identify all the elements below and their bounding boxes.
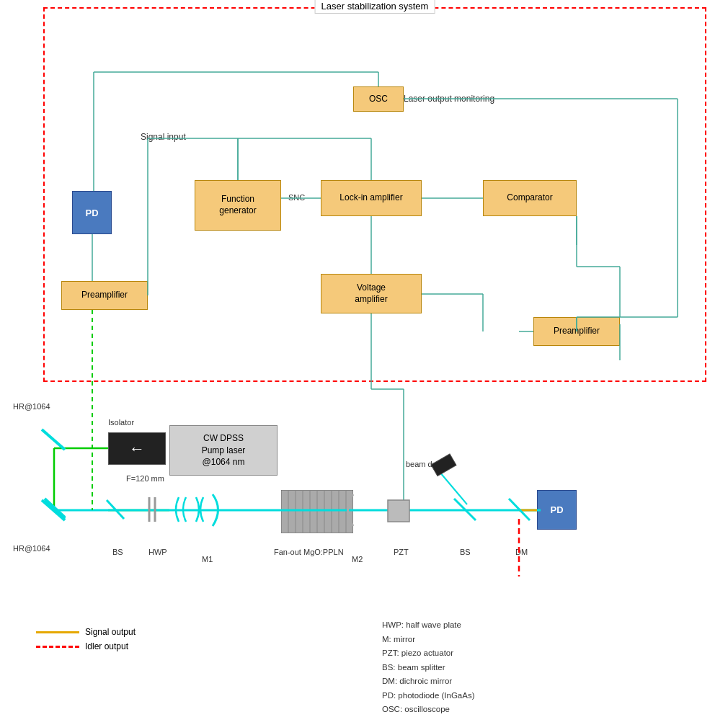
crystal-box <box>281 490 353 533</box>
stab-system-label: Laser stabilization system <box>315 0 435 14</box>
idler-line-sample <box>36 646 79 648</box>
svg-line-42 <box>440 472 467 504</box>
svg-rect-53 <box>388 500 409 522</box>
m1-label: M1 <box>202 555 213 564</box>
isolator-arrow: ← <box>129 440 145 458</box>
abbrev-m: M: mirror <box>382 633 475 647</box>
preamp-right-box: Preamplifier <box>533 317 620 346</box>
abbrev-pd: PD: photodiode (InGaAs) <box>382 689 475 703</box>
svg-line-47 <box>45 500 65 519</box>
idler-output-legend: Idler output <box>36 641 136 651</box>
abbrev-pzt: PZT: piezo actuator <box>382 646 475 661</box>
crystal-svg <box>281 490 353 533</box>
comparator-box: Comparator <box>483 180 577 216</box>
hr1064-top-label: HR@1064 <box>13 402 50 411</box>
svg-line-46 <box>45 499 65 517</box>
diagram: Laser stabilization system Laser output … <box>0 0 728 717</box>
signal-line-sample <box>36 631 79 633</box>
abbrev-dm: DM: dichroic mirror <box>382 674 475 689</box>
svg-line-55 <box>509 499 530 520</box>
bs-left-label: BS <box>112 548 123 556</box>
signal-output-legend: Signal output <box>36 627 136 637</box>
isolator-box: ← <box>108 432 166 465</box>
legend: Signal output Idler output <box>36 627 136 656</box>
dm-label: DM <box>515 548 528 556</box>
osc-box: OSC <box>353 86 404 112</box>
pd-right: PD <box>537 490 577 530</box>
bs-right-label: BS <box>460 548 471 556</box>
isolator-label: Isolator <box>108 418 134 427</box>
abbrev-bs1: BS: beam splitter <box>382 661 475 675</box>
fanout-label: Fan-out MgO:PPLN <box>274 548 344 556</box>
abbrev-osc: OSC: oscilloscope <box>382 703 475 717</box>
preamp-left-box: Preamplifier <box>61 281 148 310</box>
funcgen-box: Function generator <box>195 180 281 231</box>
signal-input-text: Signal input <box>141 132 186 142</box>
abbrev-list: HWP: half wave plate M: mirror PZT: piez… <box>382 618 475 717</box>
hr1064-bot-label: HR@1064 <box>13 544 50 553</box>
pzt-label: PZT <box>394 548 409 556</box>
voltamp-box: Voltage amplifier <box>321 274 422 313</box>
svg-line-49 <box>42 500 65 520</box>
snc-text: SNC <box>288 193 305 202</box>
beamdump-label: beam dump <box>406 460 448 468</box>
idler-output-label: Idler output <box>85 641 128 651</box>
hwp-label: HWP <box>148 548 167 556</box>
abbrev-hwp: HWP: half wave plate <box>382 618 475 633</box>
svg-line-48 <box>42 429 65 450</box>
f120-label: F=120 mm <box>126 474 164 483</box>
lockin-box: Lock-in amplifier <box>321 180 422 216</box>
pd-left: PD <box>72 191 112 234</box>
svg-line-54 <box>454 499 476 520</box>
monitor-text: Laser output monitoring <box>404 94 494 104</box>
laser-box: CW DPSS Pump laser @1064 nm <box>169 425 278 476</box>
signal-output-label: Signal output <box>85 627 136 637</box>
svg-line-50 <box>107 500 124 519</box>
m2-label: M2 <box>352 555 363 564</box>
